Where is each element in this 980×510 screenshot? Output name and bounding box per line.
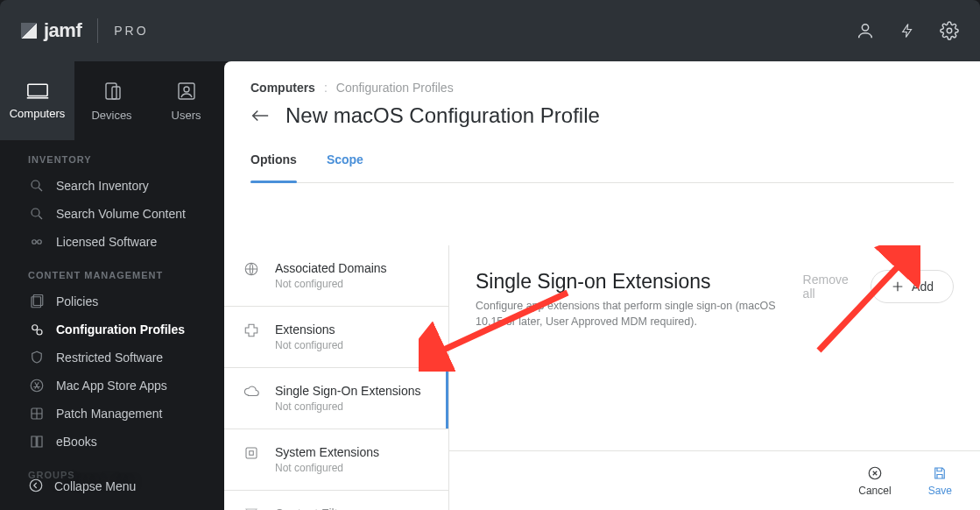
tab-scope[interactable]: Scope: [327, 152, 363, 182]
payload-status: Not configured: [275, 339, 343, 351]
nav-tab-label: Users: [172, 109, 201, 122]
sidebar-item-licensed-software[interactable]: Licensed Software: [0, 228, 224, 256]
collapse-menu[interactable]: Collapse Menu: [0, 463, 224, 510]
payload-sso-extensions[interactable]: Single Sign-On Extensions Not configured: [224, 368, 448, 429]
brand-divider: [97, 18, 98, 43]
save-button[interactable]: Save: [928, 465, 952, 497]
puzzle-icon: [243, 322, 259, 338]
svg-point-1: [947, 28, 952, 33]
main-header: Computers : Configuration Profiles New m…: [224, 61, 980, 183]
sidebar-item-policies[interactable]: Policies: [0, 287, 224, 315]
payload-title: System Extensions: [275, 445, 379, 459]
save-label: Save: [928, 485, 952, 497]
payload-list: Associated Domains Not configured Extens…: [224, 245, 449, 510]
payload-status: Not configured: [275, 400, 421, 413]
sidebar-item-label: Patch Management: [56, 407, 162, 421]
brand-mark-icon: [21, 23, 37, 39]
sidebar-item-label: Mac App Store Apps: [56, 379, 167, 393]
sidebar-item-label: Restricted Software: [56, 351, 163, 365]
collapse-label: Collapse Menu: [54, 479, 136, 493]
svg-point-9: [32, 240, 37, 244]
user-icon[interactable]: [856, 21, 875, 40]
nav-tab-computers[interactable]: Computers: [0, 61, 74, 140]
nav-tabs: Computers Devices Users: [0, 61, 224, 140]
gear-icon[interactable]: [940, 21, 959, 40]
payload-associated-domains[interactable]: Associated Domains Not configured: [224, 245, 448, 307]
detail-subtitle: Configure app extensions that perform si…: [476, 299, 784, 329]
policy-icon: [28, 294, 46, 309]
svg-point-17: [30, 479, 42, 492]
svg-point-6: [184, 87, 189, 92]
svg-rect-19: [246, 448, 257, 458]
brand-product: PRO: [114, 24, 148, 38]
sidebar-item-search-volume[interactable]: Search Volume Content: [0, 200, 224, 228]
profile-body: Associated Domains Not configured Extens…: [224, 245, 980, 510]
sidebar-item-label: Policies: [56, 294, 98, 308]
payload-extensions[interactable]: Extensions Not configured: [224, 307, 448, 368]
breadcrumb-page[interactable]: Configuration Profiles: [336, 81, 454, 95]
breadcrumb: Computers : Configuration Profiles: [250, 81, 954, 95]
nav-tab-devices[interactable]: Devices: [74, 61, 149, 140]
brand-name: jamf: [44, 19, 81, 42]
payload-status: Not configured: [275, 278, 387, 290]
payload-title: Associated Domains: [275, 261, 387, 275]
svg-point-8: [32, 209, 39, 216]
sidebar-item-label: eBooks: [56, 435, 97, 449]
nav-tab-label: Computers: [10, 107, 66, 120]
license-icon: [28, 234, 46, 250]
payload-title: Extensions: [275, 322, 343, 336]
payload-title: Content Filter: [275, 506, 349, 510]
breadcrumb-sep: :: [324, 81, 328, 95]
search-icon: [28, 178, 46, 194]
patch-icon: [28, 406, 46, 421]
payload-content-filter[interactable]: Content Filter Not configured: [224, 491, 448, 510]
cancel-button[interactable]: Cancel: [858, 465, 891, 497]
sidebar-item-configuration-profiles[interactable]: Configuration Profiles: [0, 315, 224, 344]
nav-tab-label: Devices: [91, 109, 131, 122]
cancel-label: Cancel: [858, 485, 891, 497]
add-button[interactable]: Add: [871, 270, 954, 303]
funnel-icon: [243, 506, 259, 510]
sidebar-item-patch[interactable]: Patch Management: [0, 400, 224, 428]
svg-point-7: [32, 181, 39, 188]
nav-tab-users[interactable]: Users: [149, 61, 223, 140]
svg-point-13: [32, 325, 38, 330]
collapse-icon: [28, 478, 44, 496]
sidebar-item-appstore[interactable]: Mac App Store Apps: [0, 372, 224, 400]
sidebar-item-label: Search Volume Content: [56, 207, 186, 221]
search-icon: [28, 206, 46, 222]
topbar-actions: [856, 21, 959, 40]
payload-status: Not configured: [275, 462, 379, 474]
plus-icon: [891, 280, 905, 294]
sidebar-item-search-inventory[interactable]: Search Inventory: [0, 172, 224, 200]
main-tabs: Options Scope: [250, 152, 954, 183]
main-panel: Computers : Configuration Profiles New m…: [224, 61, 980, 510]
sidebar-item-label: Configuration Profiles: [56, 322, 185, 336]
sidebar-item-label: Search Inventory: [56, 179, 149, 193]
svg-point-14: [37, 329, 42, 335]
cloud-icon: [243, 384, 259, 400]
bolt-icon[interactable]: [899, 21, 915, 40]
svg-point-10: [38, 240, 42, 244]
detail-title: Single Sign-on Extensions: [476, 270, 784, 294]
appstore-icon: [28, 378, 46, 393]
shield-icon: [28, 350, 46, 365]
add-label: Add: [912, 280, 934, 294]
payload-title: Single Sign-On Extensions: [275, 384, 421, 398]
sidebar-item-label: Licensed Software: [56, 235, 157, 249]
svg-rect-2: [27, 84, 46, 96]
svg-rect-20: [250, 451, 254, 456]
sidebar-item-restricted-software[interactable]: Restricted Software: [0, 344, 224, 372]
payload-system-extensions[interactable]: System Extensions Not configured: [224, 429, 448, 491]
gear-stack-icon: [28, 322, 46, 337]
tab-options[interactable]: Options: [250, 152, 297, 182]
breadcrumb-root[interactable]: Computers: [250, 81, 315, 95]
svg-point-0: [862, 25, 868, 31]
globe-icon: [243, 261, 259, 277]
page-title: New macOS Configuration Profile: [286, 103, 600, 128]
sidebar-section-content-mgmt: CONTENT MANAGEMENT: [0, 256, 224, 287]
brand-logo: jamf PRO: [21, 18, 149, 43]
detail-footer: Cancel Save: [449, 450, 980, 510]
back-button[interactable]: [250, 109, 270, 123]
sidebar-item-ebooks[interactable]: eBooks: [0, 428, 224, 456]
